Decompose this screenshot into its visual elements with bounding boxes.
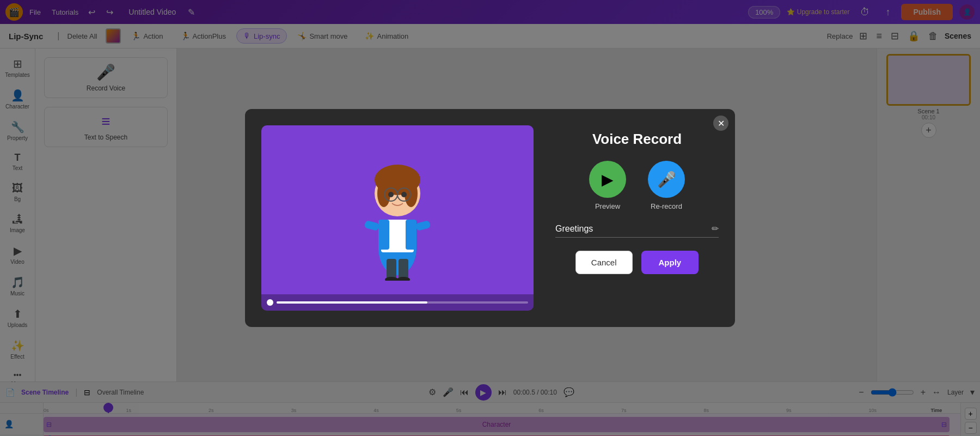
video-character-area [261,125,534,294]
svg-rect-18 [415,220,431,231]
character-svg [348,139,446,281]
svg-point-9 [401,192,407,197]
name-field-row: ✏ [555,223,719,238]
rerecord-label: Re-record [651,202,682,210]
svg-rect-12 [406,220,416,250]
name-edit-icon[interactable]: ✏ [712,223,719,234]
svg-point-3 [377,180,390,207]
svg-point-8 [388,192,394,197]
preview-label: Preview [595,202,620,210]
video-progress-bar-area [261,294,534,311]
modal-overlay: ✕ [0,0,980,436]
svg-rect-17 [364,220,380,231]
preview-button[interactable]: ▶ [589,161,626,198]
progress-track[interactable] [277,301,528,304]
action-buttons: Cancel Apply [575,251,699,274]
cancel-button[interactable]: Cancel [575,251,633,274]
modal-video-preview [261,125,534,311]
modal-title: Voice Record [592,131,682,148]
modal-controls: Voice Record ▶ Preview 🎤 Re-record ✏ Can… [555,125,719,274]
rerecord-button[interactable]: 🎤 [648,161,685,198]
progress-fill [277,301,427,304]
control-buttons: ▶ Preview 🎤 Re-record [589,161,685,210]
voice-record-modal: ✕ [245,109,735,327]
apply-button[interactable]: Apply [641,251,699,274]
svg-rect-13 [387,259,396,280]
recording-name-input[interactable] [555,224,707,234]
svg-point-4 [405,180,418,207]
preview-control: ▶ Preview [589,161,626,210]
modal-close-button[interactable]: ✕ [713,116,728,131]
svg-rect-11 [378,220,389,250]
progress-indicator [267,299,273,306]
svg-rect-14 [399,259,408,280]
rerecord-control: 🎤 Re-record [648,161,685,210]
